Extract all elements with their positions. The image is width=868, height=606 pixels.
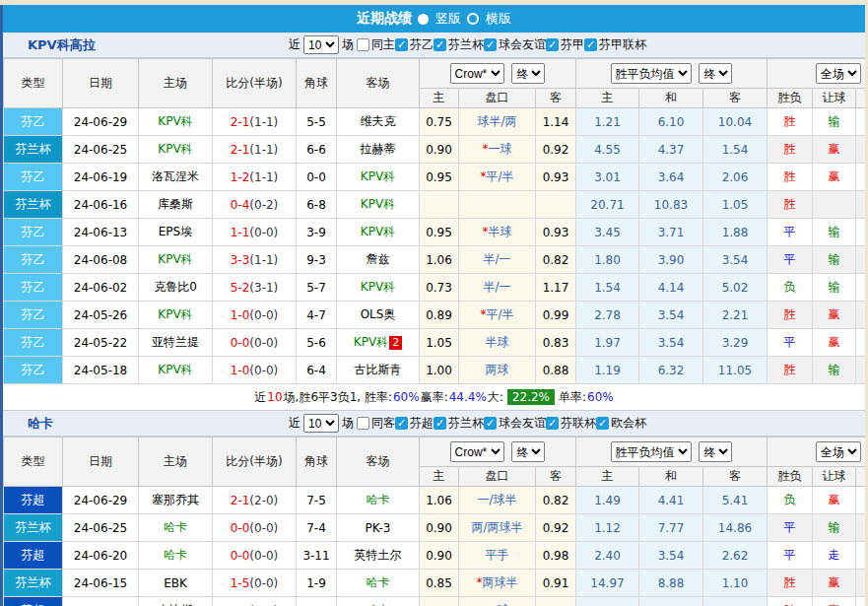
recent-count-select[interactable]: 10 [303, 35, 339, 54]
cell-avg_away: 2.06 [703, 164, 768, 191]
cell-let: 输 [813, 219, 856, 246]
col-header-goal: 进球 [856, 89, 865, 108]
filter-checkbox-label: 同客 [371, 415, 395, 432]
col-header-avg-away: 客 [703, 467, 768, 487]
checkbox-checked-icon[interactable] [395, 417, 408, 430]
text-segment: 0-0 [231, 336, 250, 350]
cell-odds_home [420, 191, 459, 219]
cell-avg_home: 1.80 [576, 246, 639, 274]
odds-provider-select[interactable]: Crow* [450, 441, 504, 462]
filter-checkbox[interactable]: 芬联杯 [546, 415, 596, 432]
avg-type-select[interactable]: 胜平负均值 [611, 441, 692, 462]
recent-count-select[interactable]: 10 [303, 414, 339, 433]
section-header: KPV科高拉 近 10 场 同主芬乙芬兰杯球会友谊芬甲芬甲联杯 [3, 33, 865, 58]
avg-type-select[interactable]: 胜平负均值 [611, 63, 692, 84]
cell-away: PK-3 [337, 514, 420, 542]
checkbox-checked-icon[interactable] [434, 417, 446, 430]
checkbox-checked-icon[interactable] [546, 38, 559, 51]
avg-stage-select[interactable]: 终 [699, 63, 732, 84]
radio-vertical-selected-icon[interactable] [418, 14, 429, 25]
cell-home: 库桑斯 [139, 191, 213, 219]
cell-goal [856, 164, 865, 191]
filter-checkbox[interactable]: 芬甲 [546, 36, 584, 53]
odds-stage-select[interactable]: 终 [511, 441, 545, 462]
cell-goal [856, 542, 865, 570]
cell-type: 芬乙 [4, 108, 63, 136]
cell-avg_draw: 3.54 [639, 542, 703, 570]
filter-checkbox[interactable]: 球会友谊 [484, 415, 546, 432]
filter-checkbox[interactable]: 芬超 [395, 415, 434, 432]
scope-select[interactable]: 全场 [816, 63, 861, 84]
filter-checkbox[interactable]: 芬甲联杯 [584, 36, 646, 53]
filter-checkbox[interactable]: 芬乙 [395, 36, 434, 53]
table-row: 芬超24-06-20哈卡0-0(0-0)3-11英特土尔0.90平手0.982.… [4, 542, 866, 570]
filter-checkbox[interactable]: 芬兰杯 [434, 36, 484, 53]
cell-wl: 平 [768, 514, 813, 542]
checkbox-checked-icon[interactable] [584, 38, 597, 51]
cell-odds_home: 0.85 [420, 570, 459, 597]
cell-home: 洛瓦涅米 [139, 164, 213, 191]
col-header-avg-home: 主 [576, 89, 639, 108]
cell-away: KPV科 [337, 274, 420, 302]
checkbox-checked-icon[interactable] [596, 417, 609, 430]
cell-wl: 负 [768, 487, 813, 514]
cell-avg_draw: 10.83 [639, 191, 703, 219]
cell-wl: 胜 [768, 302, 813, 329]
text-segment: (0-2) [249, 198, 278, 212]
cell-corner: 7-4 [297, 514, 337, 542]
text-segment: 2-1 [231, 143, 250, 157]
col-header-away: 客场 [337, 59, 420, 108]
col-header-goal: 进球 [856, 467, 865, 487]
checkbox-checked-icon[interactable] [484, 417, 497, 430]
checkbox-checked-icon[interactable] [546, 417, 559, 430]
cell-goal [856, 302, 865, 329]
cell-handicap: 半/一 [459, 274, 536, 302]
cell-corner: 5-6 [297, 329, 337, 357]
checkbox-checked-icon[interactable] [395, 38, 408, 51]
checkbox-unchecked-icon[interactable] [357, 38, 369, 51]
filter-checkbox[interactable]: 同主 [357, 36, 395, 53]
odds-group-header: Crow* 终 [420, 59, 576, 89]
odds-provider-select[interactable]: Crow* [450, 63, 504, 84]
filter-checkbox[interactable]: 球会友谊 [484, 36, 546, 53]
avg-stage-select[interactable]: 终 [699, 441, 732, 462]
cell-avg_draw: 4.41 [639, 487, 703, 514]
filters-bar: 近 10 场 同客芬超芬兰杯球会友谊芬联杯欧会杯 [289, 414, 646, 433]
cell-avg_home: 1.57 [576, 597, 639, 606]
cell-let: 输 [813, 514, 856, 542]
cell-away: 维夫克 [337, 108, 420, 136]
cell-odds_away: 0.92 [536, 514, 576, 542]
col-header-odds-home: 主 [420, 467, 459, 487]
cell-avg_away: 10.04 [703, 108, 768, 136]
cell-away: 哈卡 [337, 597, 420, 606]
cell-corner: 1-9 [297, 570, 337, 597]
cell-let: 走 [813, 542, 856, 570]
cell-goal [856, 219, 865, 246]
cell-score: 0-0(0-0) [213, 542, 297, 570]
cell-score: 1-2(1-1) [213, 164, 297, 191]
col-header-home: 主场 [139, 438, 213, 487]
col-header-date: 日期 [63, 59, 139, 108]
radio-vertical-label[interactable]: 竖版 [435, 10, 461, 28]
scope-group-header: 全场 [768, 59, 865, 89]
checkbox-checked-icon[interactable] [484, 38, 497, 51]
radio-horizontal-icon[interactable] [467, 13, 479, 25]
cell-type: 芬超 [4, 597, 63, 606]
text-segment: 2 [389, 336, 402, 350]
radio-horizontal-label[interactable]: 横版 [486, 10, 511, 28]
checkbox-checked-icon[interactable] [434, 38, 446, 51]
cell-odds_away: 0.98 [536, 542, 576, 570]
odds-stage-select[interactable]: 终 [511, 63, 545, 84]
col-header-odds-home: 主 [420, 89, 459, 108]
text-segment: 一球 [489, 142, 512, 156]
filter-checkbox[interactable]: 同客 [357, 415, 395, 432]
filter-checkbox[interactable]: 芬兰杯 [434, 415, 484, 432]
filter-checkbox[interactable]: 欧会杯 [596, 415, 646, 432]
page-title: 近期战绩 [357, 10, 412, 28]
cell-corner: 9-3 [297, 246, 337, 274]
cell-score: 0-1(0-1) [213, 597, 297, 606]
checkbox-unchecked-icon[interactable] [357, 417, 369, 430]
cell-date: 24-06-29 [63, 487, 139, 514]
scope-select[interactable]: 全场 [816, 441, 861, 462]
cell-odds_away: 0.93 [536, 164, 576, 191]
